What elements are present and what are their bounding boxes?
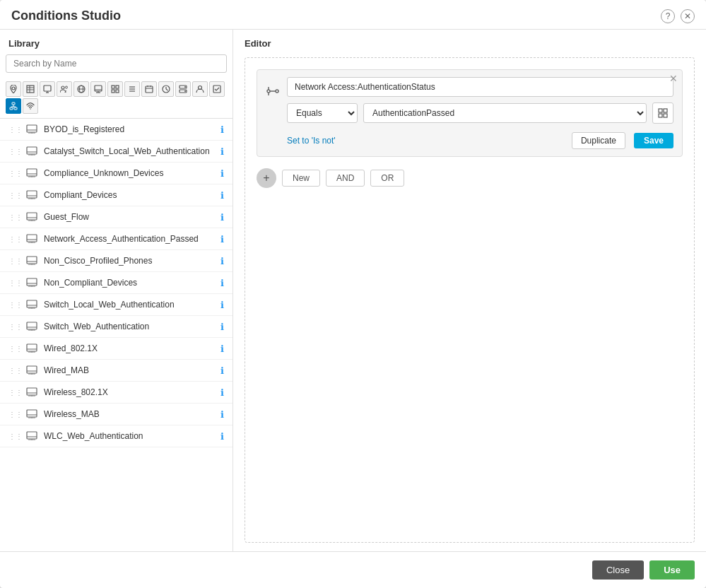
- condition-close-icon[interactable]: ✕: [669, 73, 678, 84]
- item-icon: [25, 430, 38, 442]
- item-icon: [25, 276, 38, 289]
- filter-person-icon[interactable]: [192, 81, 208, 97]
- svg-rect-1: [27, 86, 34, 93]
- use-button[interactable]: Use: [649, 560, 695, 580]
- header-action-icons: ? ✕: [661, 9, 695, 23]
- library-item[interactable]: ⋮⋮ Non_Compliant_Devices ℹ: [0, 272, 233, 294]
- drag-handle-icon: ⋮⋮: [8, 126, 23, 134]
- duplicate-button[interactable]: Duplicate: [572, 132, 625, 149]
- item-info-icon[interactable]: ℹ: [220, 190, 224, 201]
- svg-rect-73: [27, 278, 37, 286]
- filter-icons-row: [0, 78, 233, 119]
- svg-rect-101: [27, 432, 37, 439]
- library-item[interactable]: ⋮⋮ WLC_Web_Authentication ℹ: [0, 425, 233, 447]
- item-info-icon[interactable]: ℹ: [220, 343, 224, 354]
- svg-rect-37: [12, 102, 15, 105]
- item-info-icon[interactable]: ℹ: [220, 322, 224, 332]
- item-info-icon[interactable]: ℹ: [220, 146, 224, 157]
- svg-point-106: [276, 90, 278, 93]
- library-item[interactable]: ⋮⋮ Switch_Local_Web_Authentication ℹ: [0, 294, 233, 316]
- filter-grid-icon[interactable]: [107, 81, 123, 97]
- library-item[interactable]: ⋮⋮ Switch_Web_Authentication ℹ: [0, 316, 233, 338]
- drag-handle-icon: ⋮⋮: [8, 213, 23, 221]
- item-info-icon[interactable]: ℹ: [220, 168, 224, 179]
- item-info-icon[interactable]: ℹ: [220, 365, 224, 376]
- drag-handle-icon: ⋮⋮: [8, 367, 23, 375]
- filter-check-icon[interactable]: [209, 81, 225, 97]
- new-button[interactable]: New: [282, 170, 320, 187]
- item-name: Switch_Local_Web_Authentication: [44, 300, 220, 310]
- condition-grid-btn[interactable]: [652, 102, 673, 124]
- filter-network-active-icon[interactable]: [6, 98, 21, 114]
- filter-table-icon[interactable]: [23, 81, 38, 97]
- item-info-icon[interactable]: ℹ: [220, 234, 224, 245]
- item-info-icon[interactable]: ℹ: [220, 387, 224, 398]
- modal-title: Conditions Studio: [11, 8, 121, 23]
- item-info-icon[interactable]: ℹ: [220, 300, 224, 310]
- drag-handle-icon: ⋮⋮: [8, 148, 23, 155]
- filter-location-icon[interactable]: [6, 81, 21, 97]
- condition-operator-select[interactable]: Equals: [287, 103, 358, 123]
- library-item[interactable]: ⋮⋮ Wireless_802.1X ℹ: [0, 382, 233, 404]
- item-name: Wireless_MAB: [44, 409, 220, 419]
- item-icon: [25, 123, 38, 136]
- search-box: [6, 54, 227, 73]
- svg-rect-85: [27, 344, 37, 351]
- close-button[interactable]: Close: [592, 560, 644, 580]
- and-button[interactable]: AND: [326, 170, 365, 187]
- library-item[interactable]: ⋮⋮ Wired_802.1X ℹ: [0, 338, 233, 360]
- svg-rect-113: [664, 114, 667, 117]
- item-name: Switch_Web_Authentication: [44, 322, 220, 331]
- svg-rect-69: [27, 257, 37, 264]
- save-button[interactable]: Save: [634, 133, 673, 148]
- condition-footer: Set to 'Is not' Duplicate Save: [287, 132, 673, 149]
- item-info-icon[interactable]: ℹ: [220, 409, 224, 420]
- filter-people-icon[interactable]: [57, 81, 72, 97]
- help-icon[interactable]: ?: [661, 9, 675, 23]
- item-info-icon[interactable]: ℹ: [220, 124, 224, 135]
- item-info-icon[interactable]: ℹ: [220, 431, 224, 442]
- item-icon: [25, 233, 38, 245]
- is-not-button[interactable]: Set to 'Is not': [287, 136, 336, 146]
- item-icon: [25, 342, 38, 355]
- search-input[interactable]: [6, 54, 227, 73]
- filter-calendar-icon[interactable]: [141, 81, 157, 97]
- filter-computer-icon[interactable]: [40, 81, 55, 97]
- library-item[interactable]: ⋮⋮ BYOD_is_Registered ℹ: [0, 119, 233, 141]
- library-item[interactable]: ⋮⋮ Non_Cisco_Profiled_Phones ℹ: [0, 250, 233, 272]
- svg-rect-110: [659, 109, 662, 112]
- item-name: Compliant_Devices: [44, 190, 220, 200]
- filter-clock-icon[interactable]: [158, 81, 174, 97]
- library-item[interactable]: ⋮⋮ Catalyst_Switch_Local_Web_Authenticat…: [0, 141, 233, 163]
- library-item[interactable]: ⋮⋮ Wired_MAB ℹ: [0, 360, 233, 382]
- library-item[interactable]: ⋮⋮ Compliance_Unknown_Devices ℹ: [0, 163, 233, 184]
- drag-handle-icon: ⋮⋮: [8, 192, 23, 199]
- filter-monitor-icon[interactable]: [90, 81, 106, 97]
- library-item[interactable]: ⋮⋮ Guest_Flow ℹ: [0, 206, 233, 228]
- add-condition-button[interactable]: +: [257, 168, 276, 188]
- editor-title: Editor: [245, 38, 695, 49]
- or-button[interactable]: OR: [370, 170, 404, 187]
- svg-point-105: [267, 90, 270, 93]
- item-info-icon[interactable]: ℹ: [220, 256, 224, 266]
- library-item[interactable]: ⋮⋮ Network_Access_Authentication_Passed …: [0, 228, 233, 250]
- library-item[interactable]: ⋮⋮ Compliant_Devices ℹ: [0, 184, 233, 206]
- close-icon[interactable]: ✕: [681, 9, 695, 23]
- item-info-icon[interactable]: ℹ: [220, 212, 224, 223]
- filter-list-icon[interactable]: [124, 81, 140, 97]
- condition-value-select[interactable]: AuthenticationPassed: [363, 103, 647, 123]
- filter-globe-icon[interactable]: [73, 81, 89, 97]
- filter-wifi-icon[interactable]: [23, 98, 38, 114]
- svg-rect-5: [44, 86, 51, 91]
- library-item[interactable]: ⋮⋮ Wireless_MAB ℹ: [0, 404, 233, 425]
- item-name: Guest_Flow: [44, 212, 220, 222]
- filter-server-icon[interactable]: [175, 81, 191, 97]
- item-info-icon[interactable]: ℹ: [220, 278, 224, 288]
- svg-rect-81: [27, 322, 37, 329]
- item-icon: [25, 364, 38, 377]
- library-panel: Library: [0, 30, 233, 551]
- drag-handle-icon: ⋮⋮: [8, 345, 23, 353]
- svg-rect-61: [27, 213, 37, 220]
- item-name: Wireless_802.1X: [44, 387, 220, 397]
- svg-rect-49: [27, 147, 37, 154]
